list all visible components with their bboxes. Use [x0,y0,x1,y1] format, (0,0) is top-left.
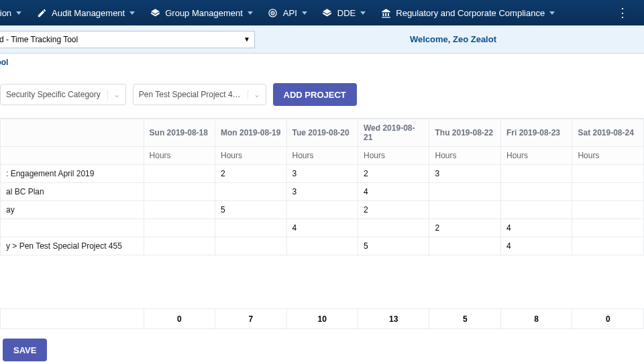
edit-icon [36,7,47,18]
hours-cell[interactable]: 4 [500,237,572,255]
total-cell: 8 [500,309,572,329]
total-cell: 13 [358,309,429,329]
hours-cell[interactable] [215,183,286,201]
hours-cell[interactable] [429,237,500,255]
spacer [1,255,644,309]
total-cell: 7 [215,309,286,329]
total-cell: 0 [144,309,215,329]
header-sub: Hours [500,147,572,165]
header-sub: Hours [286,147,358,165]
bottom-bar: ⌄ SAVE [0,329,644,362]
header-sub [1,147,144,165]
total-cell: 5 [429,309,500,329]
hours-cell[interactable]: 2 [429,219,500,237]
header-sub: Hours [572,147,644,165]
layers-icon [150,7,160,18]
nav-item-group[interactable]: Group Management [150,7,253,18]
chevron-down-icon [16,11,21,15]
hours-cell[interactable]: 4 [286,219,358,237]
hours-cell[interactable] [572,165,644,183]
header-day: Mon 2019-08-19 [215,119,286,147]
hours-cell[interactable]: 5 [215,201,286,219]
hours-cell[interactable]: 3 [286,165,358,183]
nav-label: Regulatory and Corporate Compliance [396,8,545,18]
header-sub: Hours [429,147,500,165]
header-day: Sun 2019-08-18 [144,119,215,147]
nav-label: s Solution [0,8,11,18]
hours-cell[interactable] [215,219,286,237]
hours-cell[interactable] [572,219,644,237]
totals-row: 071013580 [1,309,644,329]
hours-cell[interactable]: 5 [358,237,429,255]
category-label: Security Specific Category [6,90,101,99]
nav-label: DDE [337,8,356,18]
table-row: : Engagement April 20192323 [1,165,644,183]
hours-cell[interactable] [572,201,644,219]
hours-cell[interactable] [144,201,215,219]
layers-icon [322,7,333,18]
totals-label [1,309,144,329]
hours-cell[interactable] [572,237,644,255]
hours-cell[interactable] [500,201,572,219]
hours-cell[interactable] [500,183,572,201]
hours-cell[interactable]: 4 [500,219,572,237]
total-cell: 10 [286,309,358,329]
top-nav: s Solution Audit Management Group Manage… [0,0,644,25]
nav-item-audit[interactable]: Audit Management [36,7,135,18]
project-label: Pen Test Special Project 4… [139,90,241,99]
nav-item-dde[interactable]: DDE [322,7,366,18]
hours-cell[interactable] [358,219,429,237]
table-row: al BC Plan34 [1,183,644,201]
nav-label: Group Management [165,8,243,18]
project-select[interactable]: Pen Test Special Project 4… ⌄ [133,84,266,105]
hours-cell[interactable] [429,183,500,201]
nav-item-solution[interactable]: s Solution [0,8,21,18]
hours-cell[interactable] [144,237,215,255]
hours-cell[interactable]: 2 [358,165,429,183]
bank-icon [380,7,391,18]
hours-cell[interactable] [286,201,358,219]
category-select[interactable]: Security Specific Category ⌄ [0,84,126,105]
total-cell: 0 [572,309,644,329]
hours-cell[interactable] [572,183,644,201]
row-project-name: ay [1,201,144,219]
nav-item-api[interactable]: API [268,7,307,18]
header-day: Tue 2019-08-20 [286,119,358,147]
header-row-hours: Hours Hours Hours Hours Hours Hours Hour… [1,147,644,165]
add-project-button[interactable]: ADD PROJECT [273,83,357,106]
nav-label: Audit Management [52,8,125,18]
dashboard-select[interactable]: Dashboard - Time Tracking Tool ▼ [0,31,255,48]
header-day: Thu 2019-08-22 [429,119,500,147]
table-row: ay52 [1,201,644,219]
hours-cell[interactable]: 2 [215,165,286,183]
target-icon [268,7,278,18]
row-project-name: : Engagement April 2019 [1,165,144,183]
table-row: y > Pen Test Special Project 45554 [1,237,644,255]
header-day: Sat 2019-08-24 [572,119,644,147]
chevron-down-icon [360,11,366,15]
hours-cell[interactable]: 2 [358,201,429,219]
hours-cell[interactable] [429,201,500,219]
hours-cell[interactable] [215,237,286,255]
more-icon[interactable]: ⋮ [616,5,627,20]
dropdown-icon: ▼ [244,36,250,43]
nav-item-compliance[interactable]: Regulatory and Corporate Compliance [380,7,555,18]
header-sub: Hours [358,147,429,165]
hours-cell[interactable] [500,165,572,183]
hours-cell[interactable]: 4 [358,183,429,201]
hours-cell[interactable] [286,237,358,255]
dashboard-select-label: Dashboard - Time Tracking Tool [0,35,78,44]
hours-cell[interactable] [144,165,215,183]
welcome-text: Welcome, Zeo Zealot [410,34,496,44]
chevron-down-icon: ⌄ [107,90,120,99]
svg-point-2 [272,12,274,13]
hours-cell[interactable] [144,183,215,201]
row-project-name: al BC Plan [1,183,144,201]
save-button[interactable]: SAVE [3,339,47,361]
hours-cell[interactable]: 3 [429,165,500,183]
hours-cell[interactable] [144,219,215,237]
chevron-down-icon [248,11,253,15]
header-project [1,119,144,147]
hours-cell[interactable]: 3 [286,183,358,201]
table-row: 424 [1,219,644,237]
